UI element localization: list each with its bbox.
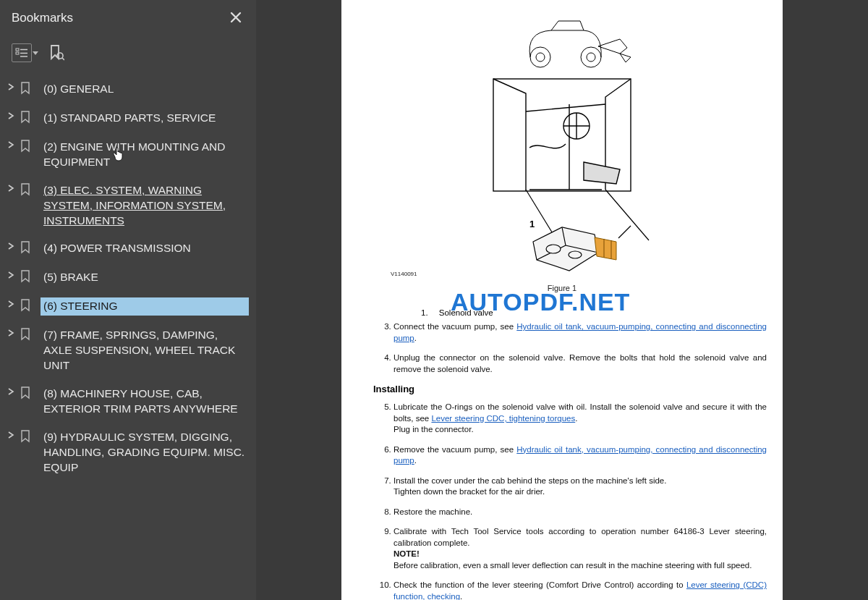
svg-point-14 [569, 251, 582, 258]
step-7: Install the cover under the cab behind t… [393, 476, 767, 498]
bookmarks-sidebar: Bookmarks (0) GENERAL [0, 0, 256, 600]
bookmark-label: (3) ELEC. SYSTEM, WARNING SYSTEM, INFORM… [41, 182, 249, 230]
chevron-right-icon[interactable] [7, 83, 19, 90]
step-10: Check the function of the lever steering… [393, 580, 767, 600]
chevron-right-icon[interactable] [7, 112, 19, 119]
section-heading-installing: Installing [373, 384, 767, 394]
document-viewer[interactable]: 1 V1140091 Figure 1 1. Solenoid valve Co… [256, 0, 868, 600]
bookmark-item-hydraulic-system[interactable]: (9) HYDRAULIC SYSTEM, DIGGING, HANDLING,… [4, 423, 252, 482]
chevron-right-icon[interactable] [7, 388, 19, 395]
svg-point-9 [581, 47, 601, 67]
step-9: Calibrate with Tech Tool Service tools a… [393, 526, 767, 571]
chevron-right-icon[interactable] [7, 185, 19, 192]
svg-point-8 [536, 53, 545, 62]
bookmark-label: (6) STEERING [41, 297, 249, 316]
bookmark-ribbon-icon [20, 111, 33, 128]
bookmark-item-elec-system[interactable]: (3) ELEC. SYSTEM, WARNING SYSTEM, INFORM… [4, 177, 252, 235]
close-icon [230, 12, 242, 23]
figure-container: 1 V1140091 Figure 1 [357, 17, 767, 292]
diagram-callout-number: 1 [529, 219, 535, 229]
step-3: Connect the vacuum pump, see Hydraulic o… [393, 321, 767, 344]
bookmark-ribbon-icon [20, 183, 33, 200]
figure-legend: 1. Solenoid valve [421, 308, 767, 317]
svg-rect-2 [16, 52, 19, 54]
step-6: Remove the vacuum pump, see Hydraulic oi… [393, 444, 767, 467]
bookmark-ribbon-icon [20, 241, 33, 258]
svg-line-6 [62, 58, 64, 60]
bookmark-ribbon-icon [20, 299, 33, 316]
link-tightening-torques[interactable]: Lever steering CDC, tightening torques [431, 414, 575, 423]
chevron-right-icon[interactable] [7, 329, 19, 337]
bookmark-item-frame[interactable]: (7) FRAME, SPRINGS, DAMPING, AXLE SUSPEN… [4, 321, 252, 380]
bookmark-label: (4) POWER TRANSMISSION [41, 240, 249, 258]
svg-point-7 [530, 47, 550, 67]
close-sidebar-button[interactable] [226, 7, 246, 29]
bookmark-item-steering[interactable]: (6) STEERING [4, 292, 252, 321]
step-8: Restore the machine. [393, 507, 767, 518]
legend-text: Solenoid valve [439, 308, 493, 317]
bookmark-ribbon-icon [20, 386, 33, 404]
bookmark-item-brake[interactable]: (5) BRAKE [4, 263, 252, 292]
svg-line-15 [618, 226, 631, 238]
bookmark-ribbon-icon [20, 328, 33, 345]
chevron-right-icon[interactable] [7, 141, 19, 148]
bookmark-item-power-transmission[interactable]: (4) POWER TRANSMISSION [4, 234, 252, 263]
svg-rect-0 [16, 48, 19, 51]
chevron-right-icon[interactable] [7, 271, 19, 279]
chevron-right-icon[interactable] [7, 242, 19, 250]
bookmark-ribbon-icon [20, 140, 33, 157]
chevron-right-icon[interactable] [7, 300, 19, 308]
diagram-reference-id: V1140091 [391, 271, 417, 277]
bookmark-label: (2) ENGINE WITH MOUNTING AND EQUIPMENT [41, 138, 249, 172]
bookmark-label: (5) BRAKE [41, 269, 249, 287]
bookmark-label: (0) GENERAL [41, 80, 249, 98]
step-4: Unplug the connector on the solenoid val… [393, 352, 767, 375]
bookmark-label: (7) FRAME, SPRINGS, DAMPING, AXLE SUSPEN… [41, 326, 249, 375]
technical-diagram [461, 17, 663, 278]
bookmark-ribbon-icon [20, 270, 33, 287]
procedure-steps: Connect the vacuum pump, see Hydraulic o… [393, 321, 767, 375]
figure-label: Figure 1 [548, 284, 576, 292]
procedure-steps-install: Lubricate the O-rings on the solenoid va… [393, 402, 767, 600]
bookmark-ribbon-icon [20, 430, 33, 447]
step-5: Lubricate the O-rings on the solenoid va… [393, 402, 767, 436]
bookmark-list: (0) GENERAL (1) STANDARD PARTS, SERVICE … [0, 72, 256, 485]
bookmark-ribbon-icon [20, 82, 33, 99]
document-page: 1 V1140091 Figure 1 1. Solenoid valve Co… [341, 0, 783, 600]
bookmark-item-standard-parts[interactable]: (1) STANDARD PARTS, SERVICE [4, 104, 252, 133]
legend-number: 1. [421, 308, 428, 317]
svg-point-13 [546, 245, 561, 253]
bookmark-label: (1) STANDARD PARTS, SERVICE [41, 109, 249, 127]
list-icon [15, 48, 28, 58]
bookmark-item-machinery-house[interactable]: (8) MACHINERY HOUSE, CAB, EXTERIOR TRIM … [4, 380, 252, 423]
sidebar-title: Bookmarks [12, 11, 73, 25]
sidebar-header: Bookmarks [0, 0, 256, 36]
sidebar-tools [0, 36, 256, 72]
bookmark-options-menu[interactable] [12, 43, 32, 62]
chevron-right-icon[interactable] [7, 431, 19, 439]
bookmark-search-icon [48, 44, 64, 62]
bookmark-item-general[interactable]: (0) GENERAL [4, 75, 252, 104]
bookmark-label: (8) MACHINERY HOUSE, CAB, EXTERIOR TRIM … [41, 385, 249, 418]
bookmark-label: (9) HYDRAULIC SYSTEM, DIGGING, HANDLING,… [41, 428, 249, 477]
bookmark-item-engine[interactable]: (2) ENGINE WITH MOUNTING AND EQUIPMENT [4, 133, 252, 177]
find-bookmark-button[interactable] [46, 43, 67, 62]
svg-point-10 [587, 53, 595, 62]
